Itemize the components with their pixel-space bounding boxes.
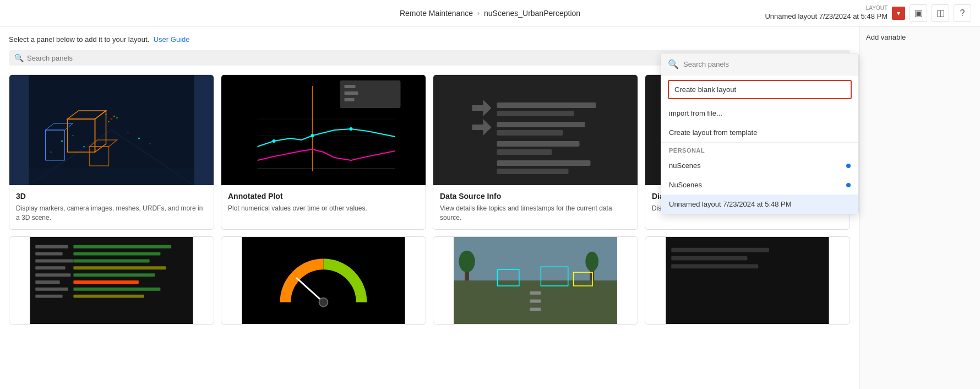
svg-rect-58 <box>73 245 171 248</box>
svg-point-20 <box>116 117 118 119</box>
breadcrumb-child: nuScenes_UrbanPerception <box>484 9 580 18</box>
panel-title-annotated: Annotated Plot <box>228 192 419 201</box>
header: Remote Maintenance › nuScenes_UrbanPerce… <box>0 0 980 26</box>
svg-point-18 <box>113 116 115 117</box>
panel-desc-3d: Display markers, camera images, meshes, … <box>16 204 207 223</box>
panel-title-datasource: Data Source Info <box>440 192 631 201</box>
layout-item-unnamed[interactable]: Unnamed layout 7/23/2024 at 5:48 PM <box>661 194 858 214</box>
dropdown-section-personal: PERSONAL <box>661 143 858 156</box>
layout-split-button[interactable]: ◫ <box>932 4 949 22</box>
panel-card-3d[interactable]: 3D Display markers, camera images, meshe… <box>9 74 214 230</box>
svg-point-3 <box>61 141 63 142</box>
svg-rect-85 <box>530 307 541 311</box>
layout-item-nuscenes[interactable]: nuScenes <box>661 156 858 175</box>
create-blank-layout-button[interactable]: Create blank layout <box>668 80 852 99</box>
svg-rect-90 <box>671 247 769 252</box>
panel-card-dark[interactable] <box>645 236 850 325</box>
svg-point-82 <box>585 251 598 271</box>
chevron-right-icon: › <box>477 9 480 17</box>
panel-list-header: Select a panel below to add it to your l… <box>9 35 850 44</box>
panel-card-log[interactable] <box>9 236 214 325</box>
svg-rect-43 <box>497 141 580 147</box>
search-icon: 🔍 <box>14 53 24 62</box>
panel-list-intro: Select a panel below to add it to your l… <box>9 35 149 44</box>
svg-point-19 <box>108 121 110 122</box>
svg-rect-41 <box>497 122 585 127</box>
layout-label: LAYOUT <box>866 6 888 11</box>
svg-point-75 <box>319 298 328 306</box>
svg-point-21 <box>106 114 107 115</box>
panel-thumb-3d <box>9 75 214 185</box>
layout-dropdown-menu: 🔍 Create blank layout import from file..… <box>661 53 859 214</box>
svg-rect-67 <box>35 280 59 284</box>
svg-rect-40 <box>497 111 574 116</box>
dot-icon-NuScenes <box>846 183 851 187</box>
panel-card-datasource[interactable]: Data Source Info View details like topic… <box>433 74 638 230</box>
dropdown-search-input[interactable] <box>683 60 852 68</box>
svg-rect-62 <box>73 259 149 262</box>
panel-grid-bottom <box>9 236 850 325</box>
svg-point-35 <box>350 127 353 131</box>
header-controls: LAYOUT Unnamed layout 7/23/2024 at 5:48 … <box>765 4 971 22</box>
svg-rect-71 <box>35 294 62 298</box>
layout-item-NuScenes[interactable]: NuScenes <box>661 175 858 194</box>
svg-rect-44 <box>497 149 552 155</box>
panel-desc-annotated: Plot numerical values over time or other… <box>228 204 419 213</box>
svg-rect-64 <box>73 266 166 269</box>
panel-card-info-3d: 3D Display markers, camera images, meshe… <box>9 185 214 229</box>
panel-thumb-datasource <box>433 75 638 185</box>
svg-rect-60 <box>73 252 160 255</box>
svg-rect-63 <box>35 266 65 269</box>
layout-info: LAYOUT Unnamed layout 7/23/2024 at 5:48 … <box>765 6 888 20</box>
panel-desc-datasource: View details like topics and timestamps … <box>440 204 631 223</box>
svg-point-4 <box>73 135 74 136</box>
user-guide-link[interactable]: User Guide <box>154 35 190 44</box>
svg-rect-66 <box>73 273 155 277</box>
svg-rect-59 <box>35 252 62 255</box>
svg-point-8 <box>150 143 151 144</box>
svg-rect-72 <box>73 294 144 298</box>
dropdown-search-bar[interactable]: 🔍 <box>661 53 858 75</box>
svg-rect-22 <box>29 169 194 185</box>
import-from-file-button[interactable]: import from file... <box>661 104 858 123</box>
svg-rect-45 <box>497 160 591 166</box>
svg-rect-68 <box>73 280 139 284</box>
svg-rect-39 <box>497 102 596 108</box>
svg-rect-26 <box>345 91 358 95</box>
layout-dropdown-button[interactable]: ▾ <box>892 7 905 20</box>
panel-card-gauge[interactable] <box>221 236 426 325</box>
svg-point-5 <box>83 146 85 148</box>
panel-card-info-datasource: Data Source Info View details like topic… <box>433 185 638 229</box>
dot-icon-nuscenes <box>846 164 851 168</box>
panel-title-3d: 3D <box>16 192 207 201</box>
svg-rect-91 <box>671 256 747 260</box>
svg-point-80 <box>459 250 475 272</box>
svg-point-7 <box>138 138 140 139</box>
layout-left-button[interactable]: ▣ <box>910 4 927 22</box>
create-from-template-button[interactable]: Create layout from template <box>661 123 858 142</box>
add-variable-button[interactable]: Add variable <box>866 33 973 41</box>
breadcrumb: Remote Maintenance › nuScenes_UrbanPerce… <box>400 9 580 18</box>
svg-point-34 <box>311 134 314 137</box>
svg-point-33 <box>273 139 276 143</box>
svg-rect-25 <box>345 85 356 88</box>
breadcrumb-parent: Remote Maintenance <box>400 9 473 18</box>
help-button[interactable]: ? <box>954 4 971 22</box>
svg-point-17 <box>111 118 113 120</box>
svg-rect-83 <box>530 291 541 294</box>
svg-rect-92 <box>671 264 758 268</box>
dropdown-search-icon: 🔍 <box>668 59 679 69</box>
svg-rect-70 <box>73 287 160 290</box>
svg-rect-65 <box>35 273 70 277</box>
svg-rect-61 <box>35 259 73 262</box>
main-area: Select a panel below to add it to your l… <box>0 26 980 389</box>
svg-point-9 <box>128 132 129 133</box>
panel-card-info-annotated: Annotated Plot Plot numerical values ove… <box>221 185 426 220</box>
layout-name: Unnamed layout 7/23/2024 at 5:48 PM <box>765 12 888 20</box>
svg-rect-57 <box>35 245 68 248</box>
svg-rect-42 <box>497 130 563 136</box>
panel-card-photo[interactable] <box>433 236 638 325</box>
svg-rect-46 <box>497 169 569 174</box>
svg-point-6 <box>51 152 52 153</box>
panel-card-annotated[interactable]: Annotated Plot Plot numerical values ove… <box>221 74 426 230</box>
